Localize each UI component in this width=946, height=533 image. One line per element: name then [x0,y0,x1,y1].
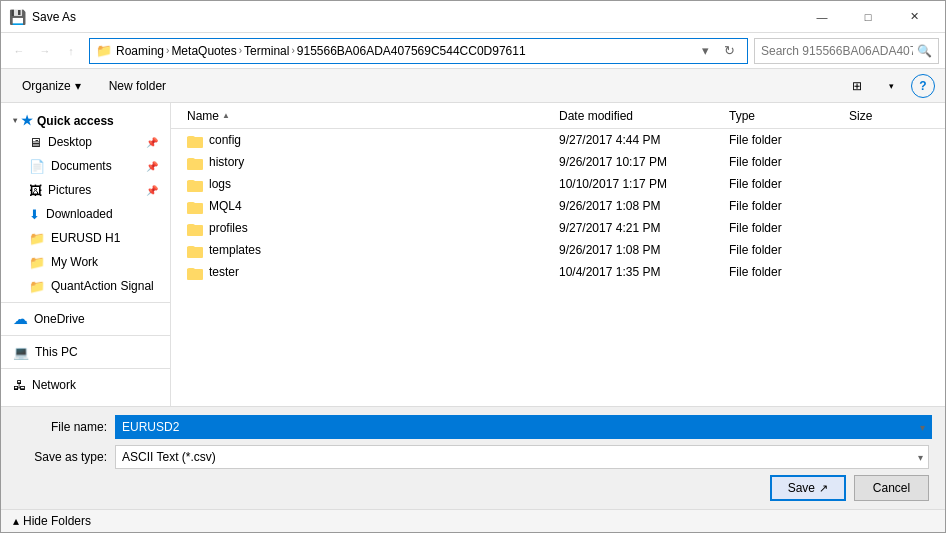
search-box: 🔍 [754,38,939,64]
organize-button[interactable]: Organize ▾ [11,73,92,99]
folder-icon [187,220,203,236]
pin-icon: 📌 [146,137,158,148]
col-name-label: Name [187,109,219,123]
file-date-cell: 9/26/2017 1:08 PM [559,199,729,213]
column-header-date[interactable]: Date modified [559,109,729,123]
sidebar-item-documents[interactable]: 📄 Documents 📌 [1,154,170,178]
table-row[interactable]: MQL4 9/26/2017 1:08 PM File folder [171,195,945,217]
sidebar-item-desktop[interactable]: 🖥 Desktop 📌 [1,130,170,154]
network-icon: 🖧 [13,378,26,393]
file-name-text: MQL4 [209,199,242,213]
crumb-roaming[interactable]: Roaming [116,44,164,58]
mywork-folder-icon: 📁 [29,255,45,270]
table-row[interactable]: history 9/26/2017 10:17 PM File folder [171,151,945,173]
chevron-down-icon: ▾ [13,116,17,125]
sidebar-item-downloaded[interactable]: ⬇ Downloaded [1,202,170,226]
table-row[interactable]: logs 10/10/2017 1:17 PM File folder [171,173,945,195]
sidebar-divider-3 [1,368,170,369]
new-folder-label: New folder [109,79,166,93]
savetype-label: Save as type: [17,450,107,464]
minimize-button[interactable]: — [799,1,845,33]
filename-label: File name: [17,420,107,434]
pictures-icon: 🖼 [29,183,42,198]
crumb-terminal[interactable]: Terminal [244,44,289,58]
up-button[interactable]: ↑ [59,39,83,63]
forward-button[interactable]: → [33,39,57,63]
col-type-label: Type [729,109,755,123]
bottom-section: File name: ▾ Save as type: ASCII Text (*… [1,406,945,509]
savetype-select[interactable]: ASCII Text (*.csv) [115,445,929,469]
table-row[interactable]: tester 10/4/2017 1:35 PM File folder [171,261,945,283]
refresh-button[interactable]: ↻ [717,38,741,64]
save-button[interactable]: Save ↗ [770,475,846,501]
view-dropdown-button[interactable]: ▾ [877,73,905,99]
desktop-icon: 🖥 [29,135,42,150]
desktop-label: Desktop [48,135,92,149]
address-bar[interactable]: 📁 Roaming › MetaQuotes › Terminal › 9155… [89,38,748,64]
sidebar-item-pictures[interactable]: 🖼 Pictures 📌 [1,178,170,202]
column-header-type[interactable]: Type [729,109,849,123]
eurusd-folder-icon: 📁 [29,231,45,246]
cancel-button[interactable]: Cancel [854,475,929,501]
table-row[interactable]: templates 9/26/2017 1:08 PM File folder [171,239,945,261]
downloaded-label: Downloaded [46,207,113,221]
thispc-icon: 💻 [13,345,29,360]
hide-folders-icon: ▴ [13,514,19,528]
column-header-size[interactable]: Size [849,109,929,123]
star-icon: ★ [21,113,33,128]
hide-folders-bar[interactable]: ▴ Hide Folders [1,509,945,532]
sidebar-divider-2 [1,335,170,336]
folder-icon [187,242,203,258]
table-row[interactable]: config 9/27/2017 4:44 PM File folder [171,129,945,151]
file-type-cell: File folder [729,133,849,147]
toolbar: Organize ▾ New folder ⊞ ▾ ? [1,69,945,103]
sidebar-item-eurusd[interactable]: 📁 EURUSD H1 [1,226,170,250]
file-name-cell: profiles [187,220,559,236]
eurusd-label: EURUSD H1 [51,231,120,245]
mywork-label: My Work [51,255,98,269]
crumb-metaquotes[interactable]: MetaQuotes [171,44,236,58]
file-name-text: profiles [209,221,248,235]
file-date-cell: 9/27/2017 4:21 PM [559,221,729,235]
file-name-text: templates [209,243,261,257]
sidebar-section-quick-access: ▾ ★ Quick access 🖥 Desktop 📌 📄 Documents… [1,107,170,298]
close-button[interactable]: ✕ [891,1,937,33]
quantaction-label: QuantAction Signal [51,279,154,293]
folder-icon [187,198,203,214]
col-date-label: Date modified [559,109,633,123]
table-row[interactable]: profiles 9/27/2017 4:21 PM File folder [171,217,945,239]
bottom-buttons: Save ↗ Cancel [17,475,929,501]
savetype-select-wrapper: ASCII Text (*.csv) [115,445,929,469]
file-name-cell: MQL4 [187,198,559,214]
col-sort-icon: ▲ [222,111,230,120]
view-button[interactable]: ⊞ [843,73,871,99]
documents-label: Documents [51,159,112,173]
help-button[interactable]: ? [911,74,935,98]
col-size-label: Size [849,109,872,123]
window-title: Save As [32,10,799,24]
sidebar-item-quantaction[interactable]: 📁 QuantAction Signal [1,274,170,298]
address-dropdown-button[interactable]: ▾ [697,38,713,64]
maximize-button[interactable]: □ [845,1,891,33]
back-button[interactable]: ← [7,39,31,63]
breadcrumb: Roaming › MetaQuotes › Terminal › 915566… [116,44,526,58]
column-header-name[interactable]: Name ▲ [187,109,559,123]
file-type-cell: File folder [729,199,849,213]
thispc-label: This PC [35,345,78,359]
new-folder-button[interactable]: New folder [98,73,177,99]
filename-input[interactable] [115,415,932,439]
file-name-cell: history [187,154,559,170]
documents-icon: 📄 [29,159,45,174]
folder-icon [187,154,203,170]
sidebar-item-thispc[interactable]: 💻 This PC [1,340,170,364]
title-bar: 💾 Save As — □ ✕ [1,1,945,33]
search-input[interactable] [761,44,913,58]
file-type-cell: File folder [729,155,849,169]
sidebar-item-network[interactable]: 🖧 Network [1,373,170,397]
pictures-label: Pictures [48,183,91,197]
crumb-hash[interactable]: 915566BA06ADA407569C544CC0D97611 [297,44,526,58]
sidebar-item-onedrive[interactable]: ☁ OneDrive [1,307,170,331]
main-content: ▾ ★ Quick access 🖥 Desktop 📌 📄 Documents… [1,103,945,406]
sidebar-item-mywork[interactable]: 📁 My Work [1,250,170,274]
sidebar-quick-access-header[interactable]: ▾ ★ Quick access [1,107,170,130]
